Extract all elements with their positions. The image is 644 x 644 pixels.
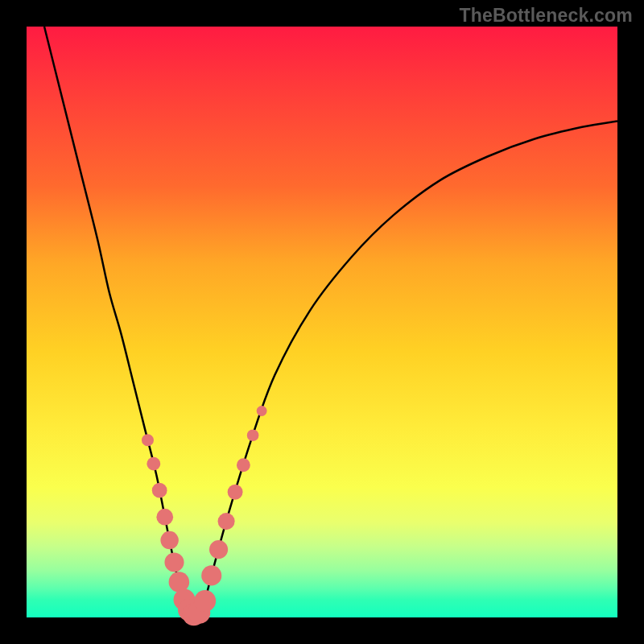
bead [194,590,216,612]
bead [237,458,250,472]
bead [228,485,243,500]
bead [247,429,259,441]
chart-frame: TheBottleneck.com [0,0,644,644]
plot-area [27,27,617,617]
curve-line [44,27,617,616]
bead-cluster [142,406,267,625]
bead [142,434,154,446]
watermark-text: TheBottleneck.com [459,5,633,27]
bead [257,406,267,416]
bottleneck-curve [27,27,617,617]
bead [156,509,173,526]
bead [218,513,235,530]
bead [209,540,228,559]
bead [147,457,160,471]
bead [160,531,178,549]
bead [201,565,221,585]
bead [152,483,167,498]
bead [164,552,184,572]
